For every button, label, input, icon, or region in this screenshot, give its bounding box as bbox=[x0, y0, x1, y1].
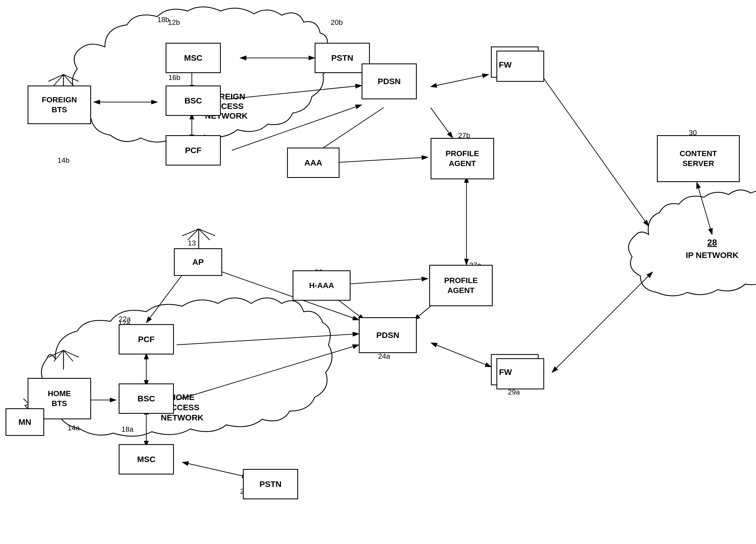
profile-agent-b-box: PROFILEAGENT bbox=[431, 138, 494, 179]
foreign-bts-label: FOREIGNBTS bbox=[42, 95, 77, 115]
pdsn-a-label: PDSN bbox=[376, 330, 399, 340]
svg-line-16 bbox=[552, 276, 649, 372]
pcf-a-box: PCF bbox=[119, 324, 174, 354]
ip-network-ref: 28 bbox=[707, 238, 717, 248]
fw-a-label: FW bbox=[499, 367, 512, 377]
svg-line-34 bbox=[199, 229, 215, 236]
bsc-b-box: BSC bbox=[166, 86, 221, 116]
svg-line-19 bbox=[345, 278, 428, 284]
svg-line-36 bbox=[54, 75, 63, 86]
svg-line-26 bbox=[188, 463, 248, 477]
msc-a-label: MSC bbox=[137, 454, 156, 464]
pcf-a-label: PCF bbox=[138, 334, 155, 344]
pstn-b-label: PSTN bbox=[331, 53, 353, 63]
profile-agent-b-label: PROFILEAGENT bbox=[445, 149, 479, 169]
ref-22a-label: 22a bbox=[119, 315, 131, 323]
svg-line-10 bbox=[541, 75, 649, 226]
profile-agent-a-label: PROFILEAGENT bbox=[444, 275, 478, 296]
pstn-a-box: PSTN bbox=[243, 469, 298, 499]
ref-12b: 12b bbox=[168, 18, 180, 26]
ref-13: 13 bbox=[188, 239, 196, 247]
home-network-label3: NETWORK bbox=[161, 413, 204, 422]
bsc-a-box: BSC bbox=[119, 383, 174, 414]
ap-label: AP bbox=[192, 257, 204, 267]
ref-14a-label: 14a bbox=[68, 424, 80, 432]
msc-a-box: MSC bbox=[119, 444, 174, 474]
pcf-b-label: PCF bbox=[185, 145, 201, 155]
ap-box: AP bbox=[174, 248, 222, 276]
ref-16b-label: 16b bbox=[168, 73, 180, 82]
pdsn-b-label: PDSN bbox=[378, 76, 400, 86]
svg-line-22 bbox=[436, 345, 491, 367]
svg-line-37 bbox=[63, 75, 73, 86]
ref-18a-label: 18a bbox=[121, 425, 134, 433]
mn-label: MN bbox=[18, 417, 31, 427]
pstn-a-label: PSTN bbox=[259, 479, 282, 489]
haaa-label: H-AAA bbox=[309, 281, 334, 290]
svg-line-32 bbox=[199, 229, 210, 240]
content-server-label: CONTENTSERVER bbox=[680, 149, 717, 169]
ref-18b-label: 18b bbox=[157, 15, 169, 24]
svg-line-12 bbox=[431, 108, 453, 138]
ip-network-label: IP NETWORK bbox=[686, 251, 738, 260]
foreign-bts-box: FOREIGNBTS bbox=[28, 86, 91, 124]
bsc-b-label: BSC bbox=[184, 96, 202, 106]
aaa-b-label: AAA bbox=[304, 158, 322, 168]
content-server-box: CONTENTSERVER bbox=[657, 135, 740, 182]
pdsn-b-box: PDSN bbox=[362, 63, 417, 99]
aaa-b-box: AAA bbox=[287, 148, 339, 178]
svg-line-13 bbox=[331, 157, 428, 163]
profile-agent-a-box: PROFILEAGENT bbox=[429, 265, 493, 306]
fw-b-label: FW bbox=[499, 60, 512, 70]
svg-line-31 bbox=[188, 229, 199, 240]
svg-line-38 bbox=[48, 75, 63, 81]
ref-24a-label: 24a bbox=[378, 352, 390, 360]
mn-box: MN bbox=[6, 408, 44, 436]
ref-14b: 14b bbox=[57, 156, 69, 165]
msc-b-label: MSC bbox=[184, 53, 203, 63]
pcf-b-box: PCF bbox=[166, 135, 221, 166]
svg-line-9 bbox=[436, 75, 489, 86]
haaa-box: H-AAA bbox=[293, 271, 351, 301]
msc-b-box: MSC bbox=[166, 43, 221, 73]
ref-20b: 20b bbox=[331, 18, 343, 26]
pdsn-a-box: PDSN bbox=[359, 317, 417, 353]
home-bts-label: HOMEBTS bbox=[48, 389, 71, 409]
bsc-a-label: BSC bbox=[137, 394, 155, 404]
svg-line-33 bbox=[182, 229, 199, 236]
